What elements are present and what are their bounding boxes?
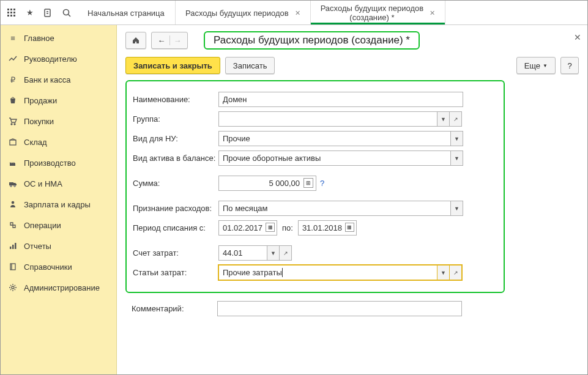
sidebar-item-label: Банк и касса: [24, 75, 71, 84]
history-icon[interactable]: [42, 7, 54, 19]
sidebar-item-purchases[interactable]: Покупки: [1, 111, 116, 132]
sidebar-item-label: Главное: [24, 34, 54, 43]
label-recognition: Признание расходов:: [133, 204, 218, 213]
save-close-button[interactable]: Записать и закрыть: [125, 57, 220, 74]
account-input[interactable]: 44.01: [218, 245, 267, 261]
row-period: Период списания с: 01.02.2017 ▦ по: 31.0…: [133, 220, 497, 236]
svg-point-24: [12, 286, 14, 289]
svg-point-10: [64, 9, 69, 15]
close-icon[interactable]: ✕: [430, 9, 435, 17]
sidebar-item-production[interactable]: Производство: [1, 152, 116, 173]
sidebar-item-assets[interactable]: ОС и НМА: [1, 173, 116, 194]
comment-input[interactable]: [217, 301, 462, 316]
sidebar-item-reports[interactable]: Отчеты: [1, 236, 116, 256]
row-name: Наименование: Домен: [133, 92, 497, 107]
date-to-input[interactable]: 31.01.2018 ▦: [298, 220, 357, 236]
nav-row: ← → Расходы будущих периодов (создание) …: [125, 31, 579, 50]
dropdown-button[interactable]: ▼: [437, 265, 450, 280]
row-asset-type: Вид актива в балансе: Прочие оборотные а…: [133, 150, 497, 166]
tab-rbp-create[interactable]: Расходы будущих периодов(создание) * ✕: [311, 1, 446, 24]
sidebar-item-label: Продажи: [24, 96, 57, 105]
svg-rect-9: [45, 9, 50, 17]
svg-point-18: [12, 201, 15, 204]
more-button[interactable]: Еще▼: [516, 57, 556, 74]
dropdown-button[interactable]: ▼: [451, 150, 463, 166]
sidebar-item-label: Зарплата и кадры: [24, 200, 91, 209]
svg-rect-3: [7, 12, 9, 13]
help-button[interactable]: ?: [560, 57, 579, 74]
help-icon[interactable]: ?: [320, 179, 324, 188]
group-input[interactable]: [218, 111, 437, 127]
sidebar-item-admin[interactable]: Администрирование: [1, 277, 116, 298]
back-icon[interactable]: ←: [158, 36, 166, 45]
person-icon: [8, 199, 18, 209]
svg-line-11: [69, 14, 71, 17]
nav-back-forward[interactable]: ← →: [151, 32, 188, 49]
sidebar-item-label: Производство: [24, 158, 76, 168]
sidebar-item-label: ОС и НМА: [24, 179, 62, 188]
date-from-input[interactable]: 01.02.2017 ▦: [218, 220, 277, 236]
open-button[interactable]: ↗: [280, 245, 292, 261]
calendar-icon[interactable]: ▦: [345, 223, 354, 232]
label-period-from: Период списания с:: [133, 223, 218, 232]
chevron-down-icon: ▼: [543, 63, 548, 69]
box-icon: [8, 137, 18, 147]
svg-point-16: [10, 185, 12, 187]
sidebar-item-warehouse[interactable]: Склад: [1, 132, 116, 152]
close-icon[interactable]: ✕: [295, 9, 300, 17]
home-button[interactable]: [125, 32, 146, 49]
svg-rect-1: [10, 9, 12, 10]
row-account: Счет затрат: 44.01 ▼ ↗: [133, 245, 497, 261]
type-nu-input[interactable]: Прочие: [218, 131, 451, 146]
save-button[interactable]: Записать: [225, 57, 275, 74]
row-recognition: Признание расходов: По месяцам ▼: [133, 201, 497, 216]
sidebar-item-label: Справочники: [24, 262, 72, 272]
svg-rect-19: [10, 247, 12, 249]
dropdown-button[interactable]: ▼: [437, 111, 450, 127]
svg-point-13: [14, 124, 15, 125]
sidebar-item-hr[interactable]: Зарплата и кадры: [1, 194, 116, 215]
tab-rbp[interactable]: Расходы будущих периодов ✕: [176, 1, 311, 24]
tab-home[interactable]: Начальная страница: [78, 1, 176, 24]
name-input[interactable]: Домен: [218, 92, 463, 107]
sidebar-item-label: Отчеты: [24, 242, 51, 251]
calendar-icon[interactable]: ▦: [266, 223, 275, 232]
asset-type-input[interactable]: Прочие оборотные активы: [218, 150, 451, 166]
sidebar-item-manager[interactable]: Руководителю: [1, 48, 116, 69]
dropdown-button[interactable]: ▼: [451, 131, 463, 146]
tab-label: Начальная страница: [87, 9, 165, 18]
ops-icon: [8, 220, 18, 230]
topbar: ★ Начальная страница Расходы будущих пер…: [1, 1, 587, 25]
svg-point-17: [14, 185, 16, 187]
cost-item-input[interactable]: Прочие затраты: [218, 265, 437, 280]
label-comment: Комментарий:: [132, 304, 217, 313]
star-icon[interactable]: ★: [24, 7, 36, 19]
svg-rect-14: [10, 140, 16, 145]
calculator-icon[interactable]: ⊞: [303, 178, 313, 188]
open-button[interactable]: ↗: [450, 111, 462, 127]
sidebar-item-catalogs[interactable]: Справочники: [1, 256, 116, 277]
tab-label: Расходы будущих периодов(создание) *: [321, 4, 424, 23]
command-bar: Записать и закрыть Записать Еще▼ ?: [125, 57, 579, 74]
sidebar-item-bank[interactable]: ₽Банк и касса: [1, 69, 116, 90]
close-icon[interactable]: ✕: [574, 32, 581, 42]
row-comment: Комментарий:: [125, 297, 505, 320]
sidebar-item-label: Руководителю: [24, 54, 77, 64]
dropdown-button[interactable]: ▼: [451, 201, 463, 216]
apps-icon[interactable]: [6, 7, 18, 19]
recognition-input[interactable]: По месяцам: [218, 201, 451, 216]
svg-point-12: [11, 124, 12, 125]
sidebar-item-main[interactable]: ≡Главное: [1, 28, 116, 48]
sidebar-item-operations[interactable]: Операции: [1, 215, 116, 236]
forward-icon[interactable]: →: [174, 36, 182, 45]
content: ✕ ← → Расходы будущих периодов (создание…: [117, 25, 587, 374]
sidebar-item-sales[interactable]: Продажи: [1, 90, 116, 111]
open-button[interactable]: ↗: [450, 265, 462, 280]
sum-input[interactable]: 5 000,00 ⊞: [218, 176, 316, 191]
form-area: Наименование: Домен Группа: ▼ ↗ Вид для …: [125, 80, 505, 293]
search-icon[interactable]: [61, 7, 73, 19]
label-name: Наименование:: [133, 95, 218, 104]
dropdown-button[interactable]: ▼: [267, 245, 280, 261]
bag-icon: [8, 95, 18, 105]
svg-rect-5: [13, 12, 15, 13]
